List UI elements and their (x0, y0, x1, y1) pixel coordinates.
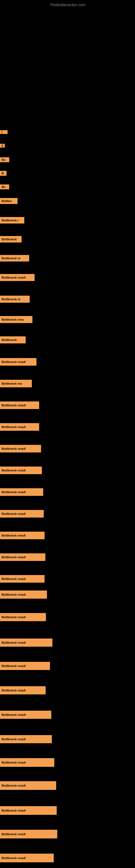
bar-label: Bottleneck result (2, 616, 26, 619)
bar-item: Bottleneck result (0, 662, 50, 670)
bottleneck-bar[interactable]: Bottleneck result (0, 553, 45, 561)
bar-label: Bottleneck res (2, 382, 22, 385)
bar-item: Bottleneck resu (0, 316, 32, 323)
bottleneck-bar[interactable]: Bottleneck resu (0, 316, 32, 323)
bottleneck-bar[interactable]: Bottleneck result (0, 758, 54, 767)
bar-item: | (0, 130, 8, 134)
bottleneck-bar[interactable]: Bottleneck result (0, 830, 57, 838)
bottleneck-bar[interactable]: Bottleneck result (0, 735, 52, 743)
bar-label: Bottleneck result (2, 534, 26, 537)
bottleneck-bar[interactable]: Bottleneck result (0, 510, 44, 518)
bar-item: Bottleneck result (0, 553, 45, 561)
bottleneck-bar[interactable]: Bottleneck r (0, 217, 24, 223)
bar-item: E (0, 144, 5, 148)
bar-item: Bottleneck re (0, 255, 29, 261)
bar-item: B (0, 171, 6, 176)
bottleneck-bar[interactable]: B (0, 171, 6, 176)
bar-label: Bottleneck resu (2, 318, 24, 321)
bottleneck-bar[interactable]: Bottleneck result (0, 613, 46, 621)
bar-label: Bottleneck (2, 338, 17, 341)
bar-label: Bottleneck result (2, 360, 26, 364)
bar-item: Bottleneck (0, 336, 26, 343)
bar-label: E (2, 144, 3, 147)
bottleneck-bar[interactable]: Bottleneck result (0, 401, 39, 409)
bar-label: Bottleneck result (2, 761, 26, 764)
bar-item: Bottleneck result (0, 613, 46, 621)
bottleneck-bar[interactable]: Bottleneck result (0, 274, 35, 281)
bar-item: Bottleneck re (0, 296, 30, 303)
bottleneck-bar[interactable]: Bottleneck result (0, 639, 52, 647)
bar-label: | (2, 131, 2, 134)
bottleneck-bar[interactable]: Bottleneck result (0, 358, 37, 366)
bottleneck-bar[interactable]: Bottleneck result (0, 488, 43, 496)
bar-label: Bottleneck result (2, 447, 26, 450)
bar-label: Bottleneck result (2, 556, 26, 559)
bar-label: Bottleneck result (2, 276, 26, 279)
bar-label: Bottleneck result (2, 641, 26, 644)
bottleneck-bar[interactable]: Bottleneck result (0, 590, 47, 599)
bar-item: Bottleneck result (0, 358, 37, 366)
bar-item: Bottleneck result (0, 467, 42, 474)
bar-item: Bottleneck result (0, 830, 57, 838)
bottleneck-bar[interactable]: Bottlen (0, 198, 17, 204)
bottleneck-bar[interactable]: Bottleneck result (0, 711, 51, 719)
bar-label: Bottleneck result (2, 784, 26, 787)
bar-label: Bottleneck result (2, 809, 26, 812)
bar-label: Bottleneck result (2, 469, 26, 472)
bottleneck-bar[interactable]: | (0, 130, 8, 134)
bar-item: Bottleneck result (0, 711, 51, 719)
bar-item: Bottleneck res (0, 380, 32, 388)
bar-label: Bottleneck result (2, 512, 26, 516)
bar-item: Bottleneck result (0, 510, 44, 518)
bar-label: Bottleneck result (2, 593, 26, 596)
bar-item: Bottleneck result (0, 532, 45, 539)
bar-label: Bo (2, 185, 6, 188)
bottleneck-bar[interactable]: Bottleneck result (0, 445, 41, 453)
bar-item: Bo (0, 157, 9, 162)
bottleneck-bar[interactable]: Bottleneck result (0, 806, 57, 815)
bar-label: Bottlen (2, 199, 12, 203)
bottleneck-bar[interactable]: Bo (0, 184, 9, 189)
bottleneck-bar[interactable]: Bottleneck result (0, 575, 45, 583)
bar-item: Bo (0, 184, 9, 189)
bar-item: Bottleneck (0, 236, 21, 243)
bottleneck-bar[interactable]: E (0, 144, 5, 148)
bar-label: Bottleneck result (2, 833, 26, 836)
bottleneck-bar[interactable]: Bottleneck (0, 236, 21, 243)
bar-label: Bottleneck result (2, 425, 26, 429)
bar-label: Bottleneck result (2, 856, 26, 860)
bar-label: Bottleneck result (2, 577, 26, 581)
bar-item: Bottleneck result (0, 735, 52, 743)
bar-item: Bottleneck result (0, 445, 41, 453)
bottleneck-bar[interactable]: Bottleneck result (0, 423, 39, 431)
bar-label: B (2, 172, 4, 175)
bar-label: Bottleneck result (2, 689, 26, 692)
bar-label: Bottleneck result (2, 713, 26, 716)
bar-item: Bottlen (0, 198, 17, 204)
bar-item: Bottleneck result (0, 575, 45, 583)
bar-item: Bottleneck result (0, 401, 39, 409)
bottleneck-bar[interactable]: Bottleneck result (0, 467, 42, 474)
bar-label: Bottleneck re (2, 257, 20, 260)
bottleneck-bar[interactable]: Bottleneck (0, 336, 26, 343)
bar-item: Bottleneck result (0, 639, 52, 647)
site-title: TheBottlenecker.com (0, 0, 135, 8)
bar-item: Bottleneck result (0, 274, 35, 281)
bottleneck-bar[interactable]: Bottleneck result (0, 854, 54, 862)
bottleneck-bar[interactable]: Bottleneck result (0, 662, 50, 670)
bottleneck-bar[interactable]: Bottleneck res (0, 380, 32, 388)
bar-label: Bo (2, 158, 6, 161)
bottleneck-bar[interactable]: Bottleneck result (0, 781, 56, 790)
bar-label: Bottleneck result (2, 404, 26, 407)
bottleneck-bar[interactable]: Bottleneck re (0, 255, 29, 261)
bar-item: Bottleneck r (0, 217, 24, 223)
bottleneck-bar[interactable]: Bottleneck re (0, 296, 30, 303)
bar-item: Bottleneck result (0, 686, 46, 694)
bottleneck-bar[interactable]: Bo (0, 157, 9, 162)
bottleneck-bar[interactable]: Bottleneck result (0, 532, 45, 539)
bar-item: Bottleneck result (0, 423, 39, 431)
bottleneck-bar[interactable]: Bottleneck result (0, 686, 46, 694)
bar-item: Bottleneck result (0, 781, 56, 790)
bar-item: Bottleneck result (0, 488, 43, 496)
bar-item: Bottleneck result (0, 806, 57, 815)
